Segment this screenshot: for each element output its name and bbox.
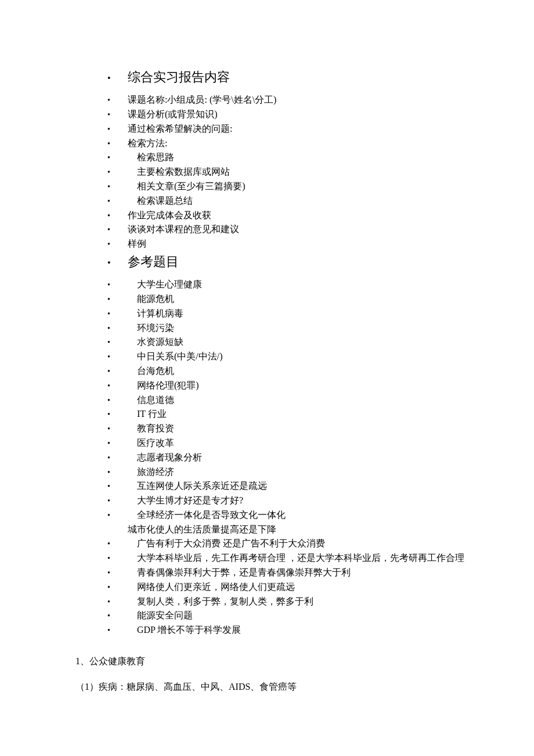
list-item: • 中日关系(中美/中法/)	[107, 350, 476, 364]
list-item: • 医疗改革	[107, 436, 476, 451]
list-item-text: GDP 增长不等于科学发展	[128, 623, 476, 638]
list-item-text: 主要检索数据库或网站	[128, 165, 476, 179]
bullet-icon: •	[107, 194, 128, 208]
list-item: • 台海危机	[107, 364, 476, 379]
list-item: • 水资源短缺	[107, 335, 476, 350]
list-item-text: 检索思路	[128, 150, 476, 165]
continuation-line: 城市化使人的生活质量提高还是下降	[128, 523, 476, 537]
list-item-text: 相关文章(至少有三篇摘要)	[128, 179, 476, 194]
list-item-text: 中日关系(中美/中法/)	[128, 350, 476, 364]
heading-2: • 参考题目	[107, 251, 476, 272]
bullet-icon: •	[107, 350, 128, 363]
list-item: • 信息道德	[107, 393, 476, 408]
list-item: • IT 行业	[107, 407, 476, 422]
bullet-icon: •	[107, 292, 128, 306]
list-item-text: 能源危机	[128, 292, 476, 307]
bullet-icon: •	[107, 93, 128, 107]
list-item-text: 互连网使人际关系亲近还是疏远	[128, 479, 476, 494]
bullet-icon: •	[107, 150, 128, 164]
list-item: •作业完成体会及收获	[107, 208, 476, 223]
section-2-list-a: • 大学生心理健康• 能源危机• 计算机病毒• 环境污染• 水资源短缺• 中日关…	[75, 278, 476, 523]
heading-2-text: 参考题目	[128, 251, 179, 272]
list-item: •谈谈对本课程的意见和建议	[107, 222, 476, 237]
bullet-icon: •	[107, 136, 128, 150]
list-item-text: 通过检索希望解决的问题:	[128, 122, 476, 136]
list-item: • 相关文章(至少有三篇摘要)	[107, 179, 476, 194]
list-item-text: 全球经济一体化是否导致文化一体化	[128, 508, 476, 523]
list-item: • 能源危机	[107, 292, 476, 307]
bullet-icon: •	[107, 595, 128, 609]
list-item-text: 水资源短缺	[128, 335, 476, 350]
list-item-text: 课题名称:小组成员: (学号\姓名\分工)	[128, 93, 476, 107]
section-1-list: •课题名称:小组成员: (学号\姓名\分工)•课题分析(或背景知识)•通过检索希…	[75, 93, 476, 251]
bullet-icon: •	[107, 321, 128, 335]
bullet-icon: •	[107, 551, 128, 565]
bullet-icon: •	[107, 165, 128, 179]
list-item: • 主要检索数据库或网站	[107, 165, 476, 179]
bullet-icon: •	[107, 393, 128, 407]
list-item-text: 志愿者现象分析	[128, 451, 476, 465]
list-item: • 能源安全问题	[107, 609, 476, 623]
list-item-text: 旅游经济	[128, 465, 476, 480]
list-item: • 大学生博才好还是专才好?	[107, 494, 476, 508]
section-number-1: 1、公众健康教育	[75, 654, 476, 669]
list-item-text: 网络伦理(犯罪)	[128, 379, 476, 393]
list-item-text: 复制人类，利多于弊，复制人类，弊多于利	[128, 595, 476, 609]
bullet-icon: •	[107, 580, 128, 594]
bullet-icon: •	[107, 335, 128, 349]
bullet-icon: •	[107, 436, 128, 450]
list-item-text: 作业完成体会及收获	[128, 208, 476, 223]
heading-1: • 综合实习报告内容	[107, 67, 476, 87]
list-item: • 旅游经济	[107, 465, 476, 480]
bullet-icon: •	[107, 307, 128, 321]
list-item: • 互连网使人际关系亲近还是疏远	[107, 479, 476, 494]
bullet-icon: •	[107, 479, 128, 493]
heading-1-text: 综合实习报告内容	[128, 67, 230, 87]
list-item: • 检索思路	[107, 150, 476, 165]
list-item-text: 课题分析(或背景知识)	[128, 107, 476, 122]
bullet-icon: •	[107, 107, 128, 121]
section-2-list-b: • 广告有利于大众消费 还是广告不利于大众消费• 大学本科毕业后，先工作再考研合…	[75, 537, 476, 638]
list-item: • 网络使人们更亲近，网络使人们更疏远	[107, 580, 476, 595]
list-item-text: 台海危机	[128, 364, 476, 379]
bullet-icon: •	[107, 537, 128, 550]
bullet-icon: •	[107, 609, 128, 622]
bullet-icon: •	[107, 122, 128, 136]
bullet-icon: •	[107, 71, 128, 86]
bullet-icon: •	[107, 422, 128, 435]
bullet-icon: •	[107, 255, 128, 271]
list-item: • 全球经济一体化是否导致文化一体化	[107, 508, 476, 523]
list-item-text: 计算机病毒	[128, 307, 476, 321]
bullet-icon: •	[107, 222, 128, 236]
list-item: • 大学本科毕业后，先工作再考研合理 ，还是大学本科毕业后，先考研再工作合理	[107, 551, 476, 566]
list-item: • GDP 增长不等于科学发展	[107, 623, 476, 638]
list-item-text: 样例	[128, 237, 476, 251]
bullet-icon: •	[107, 379, 128, 393]
list-item: • 志愿者现象分析	[107, 451, 476, 465]
list-item: •通过检索希望解决的问题:	[107, 122, 476, 136]
bullet-icon: •	[107, 508, 128, 522]
list-item: •检索方法:	[107, 136, 476, 151]
list-item-text: 医疗改革	[128, 436, 476, 451]
list-item: • 环境污染	[107, 321, 476, 336]
list-item: •课题分析(或背景知识)	[107, 107, 476, 122]
bullet-icon: •	[107, 407, 128, 421]
list-item: • 大学生心理健康	[107, 278, 476, 292]
list-item-text: 教育投资	[128, 422, 476, 436]
list-item-text: 环境污染	[128, 321, 476, 336]
list-item: • 教育投资	[107, 422, 476, 436]
bullet-icon: •	[107, 237, 128, 251]
list-item-text: 大学生心理健康	[128, 278, 476, 292]
list-item-text: 检索课题总结	[128, 194, 476, 208]
list-item-text: 检索方法:	[128, 136, 476, 151]
list-item: • 网络伦理(犯罪)	[107, 379, 476, 393]
list-item-text: 谈谈对本课程的意见和建议	[128, 222, 476, 237]
list-item-text: 大学本科毕业后，先工作再考研合理 ，还是大学本科毕业后，先考研再工作合理	[128, 551, 476, 566]
bullet-icon: •	[107, 278, 128, 291]
list-item-text: 大学生博才好还是专才好?	[128, 494, 476, 508]
bullet-icon: •	[107, 566, 128, 579]
document-page: • 综合实习报告内容 •课题名称:小组成员: (学号\姓名\分工)•课题分析(或…	[0, 0, 534, 740]
list-item: • 检索课题总结	[107, 194, 476, 208]
list-item-text: 能源安全问题	[128, 609, 476, 623]
list-item: • 计算机病毒	[107, 307, 476, 321]
